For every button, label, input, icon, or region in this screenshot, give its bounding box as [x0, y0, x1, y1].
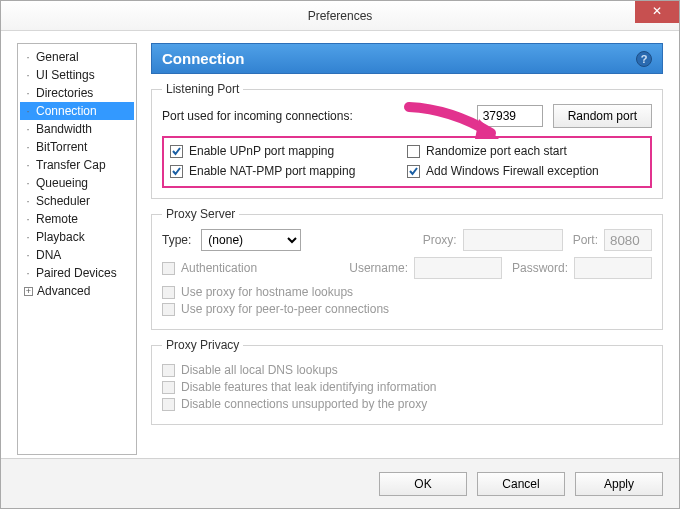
- username-input: [414, 257, 502, 279]
- proxy-p2p-checkbox: [162, 303, 175, 316]
- tree-label: Queueing: [36, 175, 88, 191]
- proxy-type-label: Type:: [162, 233, 191, 247]
- cancel-button[interactable]: Cancel: [477, 472, 565, 496]
- auth-checkbox: [162, 262, 175, 275]
- firewall-label: Add Windows Firewall exception: [426, 164, 599, 178]
- category-tree[interactable]: ·General ·UI Settings ·Directories ·Conn…: [17, 43, 137, 455]
- tree-item-directories[interactable]: ·Directories: [20, 84, 134, 102]
- username-label: Username:: [349, 261, 408, 275]
- tree-item-transfer-cap[interactable]: ·Transfer Cap: [20, 156, 134, 174]
- tree-bullet-icon: ·: [24, 157, 32, 173]
- tree-item-queueing[interactable]: ·Queueing: [20, 174, 134, 192]
- tree-item-scheduler[interactable]: ·Scheduler: [20, 192, 134, 210]
- disable-dns-checkbox: [162, 364, 175, 377]
- tree-bullet-icon: ·: [24, 139, 32, 155]
- auth-label: Authentication: [181, 261, 257, 275]
- incoming-port-label: Port used for incoming connections:: [162, 109, 467, 123]
- expand-icon[interactable]: +: [24, 287, 33, 296]
- tree-item-ui-settings[interactable]: ·UI Settings: [20, 66, 134, 84]
- proxy-server-group: Proxy Server Type: (none) Proxy: Port:: [151, 207, 663, 330]
- tree-bullet-icon: ·: [24, 85, 32, 101]
- disable-leak-label: Disable features that leak identifying i…: [181, 380, 436, 394]
- tree-item-advanced[interactable]: +Advanced: [20, 282, 134, 300]
- listening-port-legend: Listening Port: [162, 82, 243, 96]
- tree-bullet-icon: ·: [24, 211, 32, 227]
- tree-bullet-icon: ·: [24, 229, 32, 245]
- tree-item-connection[interactable]: ·Connection: [20, 102, 134, 120]
- disable-leak-checkbox: [162, 381, 175, 394]
- tree-label: Paired Devices: [36, 265, 117, 281]
- upnp-checkbox[interactable]: [170, 145, 183, 158]
- apply-button[interactable]: Apply: [575, 472, 663, 496]
- tree-label: BitTorrent: [36, 139, 87, 155]
- password-label: Password:: [512, 261, 568, 275]
- help-icon[interactable]: ?: [636, 51, 652, 67]
- tree-item-dna[interactable]: ·DNA: [20, 246, 134, 264]
- disable-dns-label: Disable all local DNS lookups: [181, 363, 338, 377]
- dialog-footer: OK Cancel Apply: [1, 458, 679, 508]
- proxy-port-input: [604, 229, 652, 251]
- proxy-host-label: Proxy:: [423, 233, 457, 247]
- proxy-privacy-group: Proxy Privacy Disable all local DNS look…: [151, 338, 663, 425]
- section-header: Connection ?: [151, 43, 663, 74]
- titlebar: Preferences ✕: [1, 1, 679, 31]
- preferences-window: Preferences ✕ ·General ·UI Settings ·Dir…: [0, 0, 680, 509]
- natpmp-checkbox[interactable]: [170, 165, 183, 178]
- listening-port-group: Listening Port Port used for incoming co…: [151, 82, 663, 199]
- tree-item-playback[interactable]: ·Playback: [20, 228, 134, 246]
- tree-label: Scheduler: [36, 193, 90, 209]
- tree-label: Directories: [36, 85, 93, 101]
- disable-conn-checkbox: [162, 398, 175, 411]
- tree-item-general[interactable]: ·General: [20, 48, 134, 66]
- proxy-type-select[interactable]: (none): [201, 229, 301, 251]
- tree-label: DNA: [36, 247, 61, 263]
- tree-item-bandwidth[interactable]: ·Bandwidth: [20, 120, 134, 138]
- section-title: Connection: [162, 50, 245, 67]
- tree-item-remote[interactable]: ·Remote: [20, 210, 134, 228]
- tree-bullet-icon: ·: [24, 247, 32, 263]
- tree-label: Transfer Cap: [36, 157, 106, 173]
- randomize-label: Randomize port each start: [426, 144, 567, 158]
- firewall-checkbox[interactable]: [407, 165, 420, 178]
- tree-label: Remote: [36, 211, 78, 227]
- ok-button[interactable]: OK: [379, 472, 467, 496]
- tree-item-paired-devices[interactable]: ·Paired Devices: [20, 264, 134, 282]
- tree-bullet-icon: ·: [24, 193, 32, 209]
- tree-bullet-icon: ·: [24, 265, 32, 281]
- tree-label: Connection: [36, 103, 97, 119]
- proxy-host-input: [463, 229, 563, 251]
- proxy-p2p-label: Use proxy for peer-to-peer connections: [181, 302, 389, 316]
- tree-bullet-icon: ·: [24, 175, 32, 191]
- tree-item-bittorrent[interactable]: ·BitTorrent: [20, 138, 134, 156]
- tree-bullet-icon: ·: [24, 103, 32, 119]
- random-port-button[interactable]: Random port: [553, 104, 652, 128]
- tree-bullet-icon: ·: [24, 49, 32, 65]
- randomize-checkbox[interactable]: [407, 145, 420, 158]
- proxy-hostlookup-checkbox: [162, 286, 175, 299]
- upnp-label: Enable UPnP port mapping: [189, 144, 334, 158]
- tree-label: Playback: [36, 229, 85, 245]
- tree-bullet-icon: ·: [24, 67, 32, 83]
- proxy-port-label: Port:: [573, 233, 598, 247]
- natpmp-label: Enable NAT-PMP port mapping: [189, 164, 355, 178]
- settings-panel: Connection ? Listening Port Port used fo…: [151, 43, 663, 455]
- tree-label: Bandwidth: [36, 121, 92, 137]
- incoming-port-input[interactable]: [477, 105, 543, 127]
- proxy-hostlookup-label: Use proxy for hostname lookups: [181, 285, 353, 299]
- tree-label: Advanced: [37, 283, 90, 299]
- password-input: [574, 257, 652, 279]
- window-title: Preferences: [308, 9, 373, 23]
- tree-bullet-icon: ·: [24, 121, 32, 137]
- close-button[interactable]: ✕: [635, 1, 679, 23]
- proxy-privacy-legend: Proxy Privacy: [162, 338, 243, 352]
- tree-label: UI Settings: [36, 67, 95, 83]
- proxy-server-legend: Proxy Server: [162, 207, 239, 221]
- disable-conn-label: Disable connections unsupported by the p…: [181, 397, 427, 411]
- tree-label: General: [36, 49, 79, 65]
- highlighted-options: Enable UPnP port mapping Randomize port …: [162, 136, 652, 188]
